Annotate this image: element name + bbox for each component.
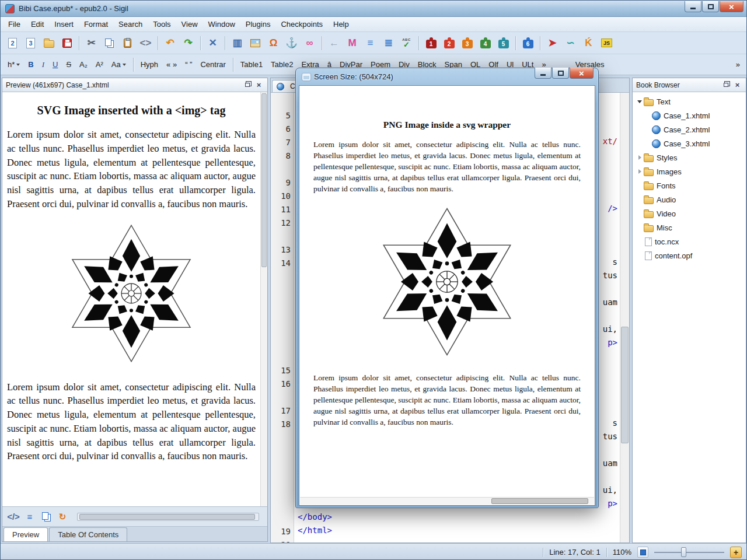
spellcheck-button[interactable]: ABC✓ xyxy=(397,34,416,52)
menu-insert[interactable]: Insert xyxy=(49,18,79,31)
menu-plugins[interactable]: Plugins xyxy=(240,18,276,31)
tab-table-of-contents[interactable]: Table Of Contents xyxy=(49,527,127,541)
superscript-button[interactable]: A² xyxy=(92,58,107,71)
insert-file-button[interactable] xyxy=(246,34,264,52)
plugin-3-button[interactable]: 3 xyxy=(458,34,476,52)
preview-panel-header[interactable]: Preview (461x697) Case_1.xhtml × xyxy=(2,78,267,92)
heading-button[interactable]: h* xyxy=(4,58,24,71)
code-view-button[interactable]: <> xyxy=(137,34,155,52)
close-button[interactable]: × xyxy=(720,1,743,12)
menu-view[interactable]: View xyxy=(176,18,203,31)
tree-item-images[interactable]: Images xyxy=(633,164,746,178)
menu-search[interactable]: Search xyxy=(113,18,148,31)
change-case-button[interactable]: Aa xyxy=(107,58,130,71)
js-console-button[interactable]: JS xyxy=(598,34,616,52)
menu-window[interactable]: Window xyxy=(203,18,240,31)
plugin-1-button[interactable]: 1 xyxy=(422,34,440,52)
preview-vertical-scrollbar[interactable] xyxy=(260,92,267,506)
tree-item-case-1-xhtml[interactable]: Case_1.xhtml xyxy=(633,108,746,123)
undock-button[interactable] xyxy=(242,80,252,89)
tree-item-toc-ncx[interactable]: toc.ncx xyxy=(633,235,746,249)
tree-item-fonts[interactable]: Fonts xyxy=(633,178,746,192)
zoom-slider-thumb[interactable] xyxy=(681,547,686,557)
scrollbar-thumb[interactable] xyxy=(261,93,267,267)
maximize-button[interactable] xyxy=(552,68,569,79)
menu-tools[interactable]: Tools xyxy=(148,18,176,31)
copy-button[interactable] xyxy=(100,34,118,52)
menu-format[interactable]: Format xyxy=(79,18,113,31)
scrollbar-thumb[interactable] xyxy=(79,514,255,520)
close-panel-button[interactable]: × xyxy=(254,80,264,89)
epubcheck-button[interactable]: ➤ xyxy=(543,34,561,52)
tab-preview[interactable]: Preview xyxy=(4,527,48,541)
close-button[interactable]: × xyxy=(570,68,594,79)
tree-item-misc[interactable]: Misc xyxy=(633,220,746,235)
paste-button[interactable] xyxy=(118,34,137,52)
maximize-button[interactable] xyxy=(702,1,719,12)
plugin-5-button[interactable]: 5 xyxy=(494,34,512,52)
zoom-in-button[interactable]: + xyxy=(730,547,742,558)
close-panel-button[interactable]: × xyxy=(732,80,742,89)
toolbar-overflow-right-button[interactable]: » xyxy=(732,58,744,71)
plugin-4-button[interactable]: 4 xyxy=(476,34,494,52)
new-epub3-button[interactable]: 3 xyxy=(22,34,40,52)
copy-selection-button[interactable] xyxy=(39,509,54,524)
menu-file[interactable]: File xyxy=(3,18,26,31)
expanded-arrow-icon[interactable] xyxy=(636,100,643,103)
generate-toc-button[interactable]: ≡ xyxy=(361,34,379,52)
find-replace-button[interactable]: ✕ xyxy=(204,34,222,52)
insert-anchor-button[interactable]: ⚓ xyxy=(282,34,301,52)
code-view-button[interactable]: </> xyxy=(6,509,21,524)
split-section-button[interactable]: ▥ xyxy=(228,34,246,52)
save-button[interactable] xyxy=(58,34,76,52)
cut-button[interactable]: ✂ xyxy=(82,34,100,52)
bold-button[interactable]: B xyxy=(24,58,37,71)
refresh-button[interactable]: ↻ xyxy=(55,509,70,524)
underline-button[interactable]: U xyxy=(48,58,62,71)
collapsed-arrow-icon[interactable] xyxy=(636,169,643,174)
hyph-button[interactable]: Hyph xyxy=(137,58,162,71)
new-epub2-button[interactable]: 2 xyxy=(4,34,22,52)
editor-vertical-scrollbar[interactable] xyxy=(620,93,629,542)
redo-button[interactable]: ↷ xyxy=(179,34,197,52)
kindlegen-button[interactable]: Ḱ xyxy=(580,34,598,52)
special-characters-button[interactable]: Ω xyxy=(264,34,282,52)
italic-button[interactable]: I xyxy=(38,58,48,71)
table1-button[interactable]: Table1 xyxy=(236,58,267,71)
tree-item-case-3-xhtml[interactable]: Case_3.xhtml xyxy=(633,136,746,150)
minimize-button[interactable] xyxy=(535,68,551,79)
tree-item-video[interactable]: Video xyxy=(633,206,746,220)
minimize-button[interactable] xyxy=(685,1,701,12)
title-bar[interactable]: Bibi Case.epub* - epub2.0 - Sigil × xyxy=(1,1,746,17)
menu-checkpoints[interactable]: Checkpoints xyxy=(275,18,328,31)
centrar-button[interactable]: Centrar xyxy=(196,58,229,71)
guillemets-button[interactable]: « » xyxy=(162,58,181,71)
open-button[interactable] xyxy=(40,34,58,52)
undo-button[interactable]: ↶ xyxy=(161,34,179,52)
tree-item-styles[interactable]: Styles xyxy=(633,150,746,164)
dialog-title-bar[interactable]: Screen Size: (504x724) × xyxy=(299,68,595,85)
zoom-slider[interactable] xyxy=(654,547,724,558)
inspect-list-button[interactable]: ≡ xyxy=(22,509,37,524)
subscript-button[interactable]: A₂ xyxy=(75,58,92,71)
tree-item-text[interactable]: Text xyxy=(633,94,746,108)
tree-item-case-2-xhtml[interactable]: Case_2.xhtml xyxy=(633,123,746,136)
preview-horizontal-scrollbar[interactable] xyxy=(77,513,259,521)
collapsed-arrow-icon[interactable] xyxy=(636,155,643,160)
back-button[interactable]: ← xyxy=(325,34,343,52)
scrollbar-thumb[interactable] xyxy=(621,327,629,443)
insert-link-button[interactable]: ∞ xyxy=(301,34,319,52)
strikethrough-button[interactable]: S xyxy=(62,58,75,71)
menu-help[interactable]: Help xyxy=(328,18,354,31)
table2-button[interactable]: Table2 xyxy=(267,58,297,71)
flightcrew-button[interactable]: ∽ xyxy=(561,34,580,52)
zoom-reset-button[interactable] xyxy=(637,547,648,558)
plugin-2-button[interactable]: 2 xyxy=(440,34,458,52)
tree-item-audio[interactable]: Audio xyxy=(633,192,746,206)
undock-button[interactable] xyxy=(721,80,731,89)
quotes-button[interactable]: “ ” xyxy=(181,58,196,71)
edit-toc-button[interactable]: ≣ xyxy=(379,34,397,52)
metadata-editor-button[interactable]: M xyxy=(343,34,361,52)
dialog-horizontal-scrollbar[interactable] xyxy=(300,497,594,505)
plugin-6-button[interactable]: 6 xyxy=(519,34,537,52)
